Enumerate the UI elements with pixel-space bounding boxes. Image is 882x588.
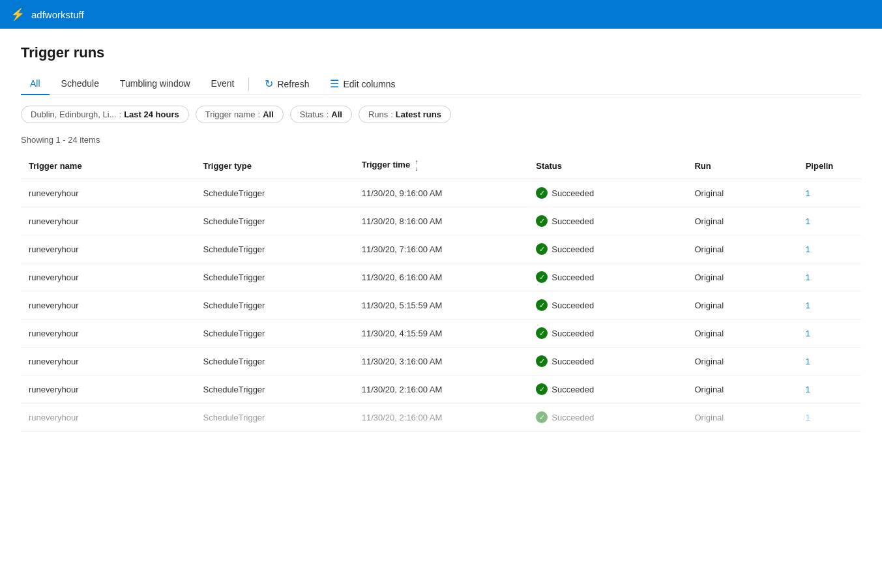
tab-tumbling-window[interactable]: Tumbling window: [111, 73, 199, 95]
cell-pipeline[interactable]: 1: [798, 179, 861, 207]
table-row-partial: runeveryhour ScheduleTrigger 11/30/20, 2…: [21, 404, 861, 432]
cell-pipeline[interactable]: 1: [798, 347, 861, 375]
status-text-partial: Succeeded: [551, 413, 594, 422]
filter-location-sep: :: [119, 110, 122, 119]
refresh-button[interactable]: ↻ Refresh: [259, 74, 314, 94]
top-bar: ⚡ adfworkstuff: [0, 0, 882, 29]
pipeline-link[interactable]: 1: [806, 385, 810, 394]
table-row: runeveryhour ScheduleTrigger 11/30/20, 4…: [21, 319, 861, 347]
tab-all[interactable]: All: [21, 73, 50, 95]
cell-status: ✓ Succeeded: [528, 375, 686, 404]
filter-trigger-name-sep: :: [258, 110, 261, 119]
cell-trigger-time-partial: 11/30/20, 2:16:00 AM: [354, 404, 529, 432]
cell-trigger-time: 11/30/20, 7:16:00 AM: [354, 235, 529, 263]
cell-pipeline[interactable]: 1: [798, 319, 861, 347]
cell-trigger-name: runeveryhour: [21, 375, 196, 404]
cell-pipeline[interactable]: 1: [798, 235, 861, 263]
cell-trigger-type: ScheduleTrigger: [196, 291, 354, 319]
table-row: runeveryhour ScheduleTrigger 11/30/20, 3…: [21, 347, 861, 375]
cell-trigger-type: ScheduleTrigger: [196, 375, 354, 404]
pipeline-link[interactable]: 1: [806, 272, 810, 282]
cell-trigger-time: 11/30/20, 9:16:00 AM: [354, 179, 529, 207]
status-text: Succeeded: [551, 188, 594, 198]
cell-pipeline-partial[interactable]: 1: [798, 404, 861, 432]
pipeline-link[interactable]: 1: [806, 329, 810, 338]
pipeline-link[interactable]: 1: [806, 357, 810, 366]
cell-trigger-time: 11/30/20, 3:16:00 AM: [354, 347, 529, 375]
filter-runs-value: Latest runs: [396, 110, 441, 119]
cell-trigger-name: runeveryhour: [21, 347, 196, 375]
cell-status: ✓ Succeeded: [528, 179, 686, 207]
cell-trigger-type: ScheduleTrigger: [196, 319, 354, 347]
pipeline-link[interactable]: 1: [806, 216, 810, 226]
tab-schedule[interactable]: Schedule: [52, 73, 108, 95]
cell-run: Original: [686, 291, 797, 319]
main-content: Trigger runs All Schedule Tumbling windo…: [0, 29, 882, 588]
cell-trigger-type: ScheduleTrigger: [196, 207, 354, 235]
status-succeeded-icon: ✓: [536, 243, 548, 255]
cell-run: Original: [686, 263, 797, 291]
cell-pipeline[interactable]: 1: [798, 291, 861, 319]
filters-row: Dublin, Edinburgh, Li... : Last 24 hours…: [21, 106, 861, 123]
cell-status: ✓ Succeeded: [528, 291, 686, 319]
cell-status: ✓ Succeeded: [528, 207, 686, 235]
cell-trigger-name: runeveryhour: [21, 319, 196, 347]
edit-columns-label: Edit columns: [343, 79, 395, 89]
cell-trigger-name: runeveryhour: [21, 263, 196, 291]
pipeline-link[interactable]: 1: [806, 244, 810, 254]
cell-trigger-name-partial: runeveryhour: [21, 404, 196, 432]
showing-text: Showing 1 - 24 items: [21, 135, 861, 145]
filter-status[interactable]: Status : All: [290, 106, 352, 123]
table-row: runeveryhour ScheduleTrigger 11/30/20, 9…: [21, 179, 861, 207]
cell-trigger-name: runeveryhour: [21, 179, 196, 207]
cell-pipeline[interactable]: 1: [798, 263, 861, 291]
filter-trigger-name[interactable]: Trigger name : All: [196, 106, 284, 123]
data-table: Trigger name Trigger type Trigger time ↑…: [21, 153, 861, 432]
cell-pipeline[interactable]: 1: [798, 375, 861, 404]
pipeline-link-partial[interactable]: 1: [806, 413, 810, 422]
filter-runs[interactable]: Runs : Latest runs: [359, 106, 451, 123]
cell-trigger-name: runeveryhour: [21, 235, 196, 263]
table-row: runeveryhour ScheduleTrigger 11/30/20, 7…: [21, 235, 861, 263]
cell-trigger-time: 11/30/20, 2:16:00 AM: [354, 375, 529, 404]
cell-trigger-time: 11/30/20, 4:15:59 AM: [354, 319, 529, 347]
status-text: Succeeded: [551, 385, 594, 394]
status-text: Succeeded: [551, 216, 594, 226]
col-header-trigger-type: Trigger type: [196, 153, 354, 179]
sort-icon-trigger-time: ↑↓: [415, 159, 419, 172]
table-row: runeveryhour ScheduleTrigger 11/30/20, 8…: [21, 207, 861, 235]
col-header-run: Run: [686, 153, 797, 179]
edit-columns-button[interactable]: ☰ Edit columns: [325, 74, 400, 94]
cell-trigger-time: 11/30/20, 5:15:59 AM: [354, 291, 529, 319]
cell-run: Original: [686, 347, 797, 375]
status-succeeded-icon: ✓: [536, 187, 548, 199]
status-succeeded-icon: ✓: [536, 299, 548, 311]
cell-trigger-time: 11/30/20, 6:16:00 AM: [354, 263, 529, 291]
status-succeeded-icon: ✓: [536, 327, 548, 339]
cell-run-partial: Original: [686, 404, 797, 432]
cell-status: ✓ Succeeded: [528, 235, 686, 263]
filter-location[interactable]: Dublin, Edinburgh, Li... : Last 24 hours: [21, 106, 189, 123]
cell-status: ✓ Succeeded: [528, 319, 686, 347]
cell-run: Original: [686, 375, 797, 404]
col-header-trigger-time[interactable]: Trigger time ↑↓: [354, 153, 529, 179]
page-title: Trigger runs: [21, 44, 861, 61]
filter-trigger-name-label: Trigger name: [205, 110, 256, 119]
pipeline-link[interactable]: 1: [806, 301, 810, 310]
cell-pipeline[interactable]: 1: [798, 207, 861, 235]
cell-trigger-time: 11/30/20, 8:16:00 AM: [354, 207, 529, 235]
tab-event[interactable]: Event: [202, 73, 244, 95]
cell-trigger-type: ScheduleTrigger: [196, 235, 354, 263]
status-text: Succeeded: [551, 301, 594, 310]
edit-columns-icon: ☰: [330, 78, 339, 90]
app-icon: ⚡: [10, 7, 25, 22]
tabs-row: All Schedule Tumbling window Event ↻ Ref…: [21, 73, 861, 95]
table-row: runeveryhour ScheduleTrigger 11/30/20, 6…: [21, 263, 861, 291]
cell-trigger-type: ScheduleTrigger: [196, 179, 354, 207]
table-row: runeveryhour ScheduleTrigger 11/30/20, 5…: [21, 291, 861, 319]
status-text: Succeeded: [551, 272, 594, 282]
app-name: adfworkstuff: [31, 9, 84, 20]
status-text: Succeeded: [551, 357, 594, 366]
pipeline-link[interactable]: 1: [806, 188, 810, 198]
status-succeeded-icon: ✓: [536, 383, 548, 395]
